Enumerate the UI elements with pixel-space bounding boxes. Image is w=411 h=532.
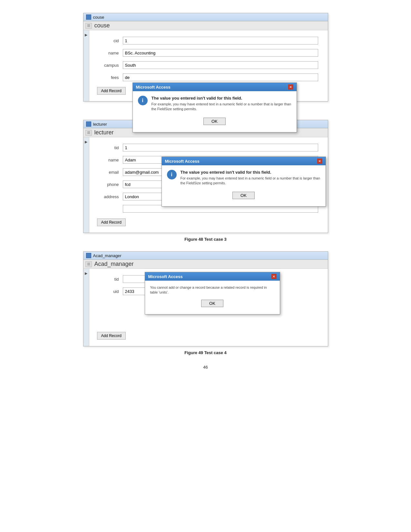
ms-dialog-48-text: The value you entered isn't valid for th…: [181, 170, 320, 186]
ms-dialog-47: Microsoft Access ✕ i The value you enter…: [132, 82, 297, 132]
lecturer-form-fields: tid name email: [93, 144, 318, 226]
lecturer-dialog-area: email Microsoft Access ✕ i: [97, 168, 318, 213]
figure-49-section: Acad_manager ☷ Acad_manager ▶ tid uid: [19, 251, 392, 355]
acad-form-fields: tid uid Microsoft Access ✕: [93, 275, 318, 340]
page-number: 46: [19, 365, 392, 370]
figure-48-section: lecturer ☷ lecturer ▶ tid name: [19, 120, 392, 242]
ms-dialog-49-footer: OK: [150, 298, 275, 310]
ms-dialog-48-info-icon: i: [167, 170, 177, 179]
couse-title-text: couse: [93, 15, 104, 20]
ms-dialog-47-detail: For example, you may have entered text i…: [152, 102, 291, 112]
tid-row: tid: [97, 144, 318, 151]
fees-input[interactable]: [123, 73, 318, 81]
figure-48-caption: Figure 48 Test case 3: [19, 237, 392, 242]
campus-label: campus: [97, 63, 123, 68]
couse-form-fields: cid name campus fees: [93, 37, 318, 95]
figure-47-section: couse ☷ couse ▶ cid name: [19, 13, 392, 110]
acad-title-text: Acad_manager: [93, 253, 122, 258]
ms-dialog-48-detail: For example, you may have entered text i…: [181, 176, 320, 186]
campus-row: campus: [97, 61, 318, 69]
ms-dialog-48-close[interactable]: ✕: [317, 159, 322, 164]
lecturer-window: lecturer ☷ lecturer ▶ tid name: [83, 120, 328, 233]
ms-dialog-49-title: Microsoft Access: [148, 274, 183, 279]
tid-input[interactable]: [123, 144, 318, 151]
name-row: name: [97, 49, 318, 57]
acad-titlebar: Acad_manager: [83, 252, 328, 260]
nav-arrow-2: ▶: [83, 140, 89, 144]
add-record-button-1[interactable]: Add Record: [97, 87, 126, 95]
cid-row: cid: [97, 37, 318, 44]
ms-dialog-48-body: i The value you entered isn't valid for …: [162, 165, 326, 206]
acad-title-icon: [86, 253, 91, 258]
ms-dialog-47-text: The value you entered isn't valid for th…: [152, 96, 291, 112]
ms-dialog-49-titlebar: Microsoft Access ✕: [145, 272, 280, 281]
address-label: address: [97, 194, 123, 199]
ms-dialog-48-title: Microsoft Access: [165, 159, 200, 164]
ms-dialog-48-bold: The value you entered isn't valid for th…: [181, 170, 320, 175]
phone-label: phone: [97, 182, 123, 187]
couse-toolbar: ☷ couse: [83, 21, 328, 30]
ms-dialog-49-detail: You cannot add or change a record becaus…: [150, 285, 275, 295]
ms-dialog-49: Microsoft Access ✕ You cannot add or cha…: [145, 272, 280, 314]
name-label: name: [97, 51, 123, 55]
couse-window: couse ☷ couse ▶ cid name: [83, 13, 328, 102]
cid-label: cid: [97, 38, 123, 43]
cid-input[interactable]: [123, 37, 318, 44]
ms-dialog-47-bold: The value you entered isn't valid for th…: [152, 96, 291, 101]
lecturer-body: ▶ tid name email: [83, 137, 328, 233]
ms-dialog-49-body: You cannot add or change a record becaus…: [145, 281, 280, 314]
campus-input[interactable]: [123, 61, 318, 69]
ms-dialog-48-ok[interactable]: OK: [232, 192, 255, 199]
nav-arrow-3: ▶: [83, 271, 89, 276]
acad-tid-label: tid: [97, 277, 123, 282]
couse-toolbar-title: couse: [93, 22, 110, 29]
ms-dialog-49-close[interactable]: ✕: [271, 274, 277, 279]
ms-dialog-47-info-icon: i: [138, 96, 148, 105]
acad-manager-window: Acad_manager ☷ Acad_manager ▶ tid uid: [83, 251, 328, 346]
acad-uid-label: uid: [97, 289, 123, 294]
lecturer-title-text: lecturer: [93, 122, 107, 127]
acad-toolbar: ☷ Acad_manager: [83, 260, 328, 269]
couse-body: ▶ cid name campus: [83, 30, 328, 101]
record-stripe: ▶: [83, 30, 89, 101]
ms-dialog-48: Microsoft Access ✕ i The value you enter…: [161, 157, 326, 207]
toolbar-icon-3: ☷: [85, 261, 92, 267]
ms-dialog-48-footer: OK: [167, 190, 320, 202]
lecturer-title-icon: [86, 121, 91, 127]
ms-dialog-49-content: You cannot add or change a record becaus…: [150, 285, 275, 295]
acad-toolbar-title: Acad_manager: [93, 261, 134, 267]
ms-dialog-47-content: i The value you entered isn't valid for …: [138, 96, 291, 112]
ms-dialog-47-title: Microsoft Access: [136, 85, 171, 90]
record-stripe-2: ▶: [83, 137, 89, 233]
figure-49-caption: Figure 49 Test case 4: [19, 350, 392, 355]
add-record-button-3[interactable]: Add Record: [97, 332, 126, 340]
couse-title-icon: [86, 15, 91, 20]
ms-dialog-47-footer: OK: [138, 116, 291, 128]
ms-dialog-47-ok[interactable]: OK: [203, 118, 226, 125]
couse-titlebar: couse: [83, 13, 328, 21]
email-label: email: [97, 170, 123, 175]
couse-action-area: Add Record Microsoft Access ✕ i The valu…: [97, 86, 318, 95]
name-input[interactable]: [123, 49, 318, 57]
lname-label: name: [97, 158, 123, 162]
ms-dialog-49-ok[interactable]: OK: [201, 300, 223, 307]
ms-dialog-49-text: You cannot add or change a record becaus…: [150, 285, 275, 295]
acad-body: ▶ tid uid Microsoft Access: [83, 269, 328, 346]
tid-label: tid: [97, 145, 123, 150]
acad-action-area: Add Record: [97, 331, 318, 340]
record-stripe-3: ▶: [83, 269, 89, 346]
ms-dialog-48-titlebar: Microsoft Access ✕: [162, 157, 326, 165]
toolbar-icon-1: ☷: [85, 23, 92, 29]
ms-dialog-47-close[interactable]: ✕: [288, 84, 293, 90]
nav-arrow: ▶: [83, 33, 89, 37]
lecturer-toolbar-title: lecturer: [93, 129, 114, 136]
add-record-button-2[interactable]: Add Record: [97, 218, 126, 226]
fees-label: fees: [97, 75, 123, 80]
fees-row: fees: [97, 73, 318, 81]
ms-dialog-47-titlebar: Microsoft Access ✕: [133, 83, 297, 91]
ms-dialog-47-body: i The value you entered isn't valid for …: [133, 91, 297, 132]
lecturer-action-area: Add Record: [97, 217, 318, 226]
ms-dialog-48-content: i The value you entered isn't valid for …: [167, 170, 320, 186]
toolbar-icon-2: ☷: [85, 130, 92, 136]
